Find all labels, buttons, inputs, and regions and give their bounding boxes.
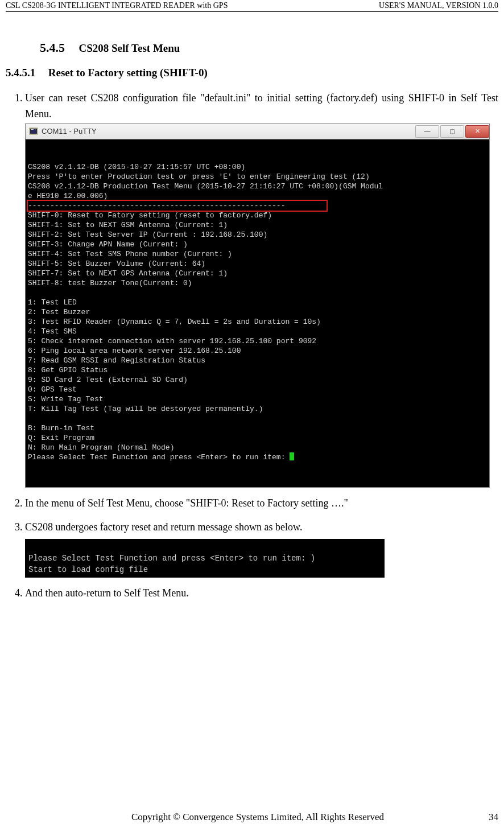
step-4: And then auto-return to Self Test Menu.	[25, 586, 498, 602]
term-line: B: Burn-in Test	[28, 424, 94, 433]
subsection-number: 5.4.5.1	[6, 67, 35, 79]
header-left: CSL CS208-3G INTELLIGENT INTEGRATED READ…	[6, 1, 228, 10]
term-line: ----------------------------------------…	[28, 201, 285, 210]
result-terminal: Please Select Test Function and press <E…	[25, 539, 385, 578]
term-line: SHIFT-0: Reset to Fatory setting (reset …	[28, 211, 272, 220]
step-1-text: User can reset CS208 configuration file …	[25, 92, 498, 120]
step-3: CS208 undergoes factory reset and return…	[25, 520, 498, 578]
terminal-cursor	[290, 452, 294, 460]
window-title: COM11 - PuTTY	[42, 126, 97, 137]
footer-center: Copyright © Convergence Systems Limited,…	[51, 812, 464, 823]
subsection-heading: 5.4.5.1 Reset to Factory setting (SHIFT-…	[6, 67, 498, 79]
term-line: 9: SD Card 2 Test (External SD Card)	[28, 376, 188, 384]
subsection-title: Reset to Factory setting (SHIFT-0)	[48, 67, 208, 79]
term-line: N: Run Main Program (Normal Mode)	[28, 443, 174, 452]
footer-page: 34	[464, 812, 498, 823]
term-line: CS208 v2.1.12-DB Production Test Menu (2…	[28, 182, 383, 191]
term-line: CS208 v2.1.12-DB (2015-10-27 21:15:57 UT…	[28, 163, 245, 171]
term-line: S: Write Tag Test	[28, 395, 104, 403]
term-line: SHIFT-4: Set Test SMS Phone number (Curr…	[28, 250, 232, 258]
step-3-text: CS208 undergoes factory reset and return…	[25, 521, 302, 533]
term-line: 5: Check internet connection with server…	[28, 337, 316, 345]
section-title: CS208 Self Test Menu	[79, 42, 180, 54]
term-line: SHIFT-5: Set Buzzer Volume (Current: 64)	[28, 260, 205, 268]
svg-rect-2	[31, 129, 34, 130]
minimize-button[interactable]: —	[415, 125, 439, 138]
term-line: 6: Ping local area network server 192.16…	[28, 347, 241, 355]
term-line: T: Kill Tag Test (Tag will be destoryed …	[28, 405, 263, 413]
term-line: 7: Read GSM RSSI and Registration Status	[28, 356, 205, 365]
term-line: 3: Test RFID Reader (Dynamic Q = 7, Dwel…	[28, 318, 321, 326]
term-line: 4: Test SMS	[28, 327, 77, 336]
term-line: SHIFT-7: Set to NEXT GPS Antenna (Curren…	[28, 269, 228, 278]
term-line: SHIFT-2: Set Test Server IP (Current : 1…	[28, 230, 267, 239]
result-line-2: Start to load config file	[28, 565, 148, 574]
term-line: 8: Get GPIO Status	[28, 366, 108, 374]
term-line: 0: GPS Test	[28, 385, 77, 394]
term-line: Q: Exit Program	[28, 434, 94, 442]
window-titlebar[interactable]: COM11 - PuTTY — ▢ ✕	[26, 124, 489, 139]
maximize-button[interactable]: ▢	[440, 125, 464, 138]
term-line: 2: Test Buzzer	[28, 308, 90, 316]
term-line: SHIFT-3: Change APN Name (Current: )	[28, 240, 188, 249]
term-line: SHIFT-1: Set to NEXT GSM Antenna (Curren…	[28, 221, 228, 229]
term-line: Press 'P'to enter Production test or pre…	[28, 172, 370, 181]
putty-icon	[29, 127, 38, 136]
step-4-text: And then auto-return to Self Test Menu.	[25, 587, 189, 599]
term-line: 1: Test LED	[28, 298, 77, 307]
section-number: 5.4.5	[40, 40, 65, 55]
header-right: USER'S MANUAL, VERSION 1.0.0	[379, 1, 498, 10]
step-1: User can reset CS208 configuration file …	[25, 90, 498, 488]
page-header: CSL CS208-3G INTELLIGENT INTEGRATED READ…	[6, 0, 498, 12]
terminal-output[interactable]: CS208 v2.1.12-DB (2015-10-27 21:15:57 UT…	[26, 139, 489, 487]
term-line: SHIFT-8: test Buzzer Tone(Current: 0)	[28, 279, 192, 287]
page-footer: Copyright © Convergence Systems Limited,…	[6, 807, 498, 832]
result-line-1: Please Select Test Function and press <E…	[28, 554, 315, 563]
putty-window: COM11 - PuTTY — ▢ ✕ CS208 v2.1.12-DB (20…	[25, 123, 490, 488]
step-2: In the menu of Self Test Menu, choose "S…	[25, 496, 498, 512]
close-button[interactable]: ✕	[465, 125, 489, 138]
term-line: Please Select Test Function and press <E…	[28, 453, 290, 462]
term-line: e HE910 12.00.006)	[28, 192, 108, 200]
section-heading: 5.4.5 CS208 Self Test Menu	[40, 40, 498, 55]
step-2-text: In the menu of Self Test Menu, choose "S…	[25, 497, 348, 509]
